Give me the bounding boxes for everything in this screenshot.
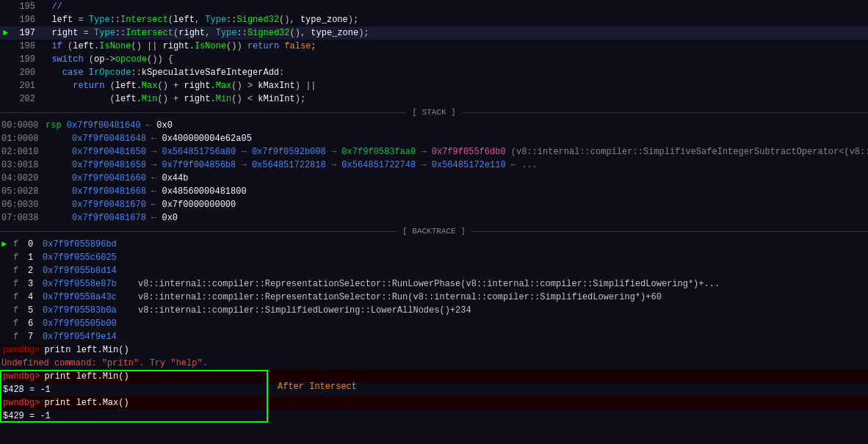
bt-row-0: ► f 0 0x7f9f055896bd <box>0 238 868 251</box>
bt-addr-4: 0x7f9f0558a43c <box>43 292 138 302</box>
main-container: 195 // 196 left = Type::Intersect(left, … <box>0 0 868 444</box>
console-prompt-3: pwndbg> <box>1 398 41 408</box>
console-cmd-1: pritn left.Min() <box>41 345 129 355</box>
linenum-202: 202 <box>15 94 41 104</box>
arrow-198 <box>3 41 15 51</box>
arrow-195 <box>3 1 15 12</box>
backtrace-label: [ BACKTRACE ] <box>397 227 471 236</box>
bt-row-6: f 6 0x7f9f05505b00 <box>0 317 868 330</box>
code-text-202: (left.Min() + right.Min() < kMinInt); <box>41 94 305 104</box>
stack-id-2: 02:0010 <box>1 147 46 157</box>
bt-indicator-7 <box>1 332 13 342</box>
arrow-200 <box>3 68 15 78</box>
bt-row-1: f 1 0x7f9f055c6025 <box>0 251 868 264</box>
stack-row-2: 02:0010 0x7f9f00481650 → 0x564851756a80 … <box>0 145 868 159</box>
console-highlight-region: pwndbg> print left.Min() $428 = -1 pwndb… <box>0 370 868 423</box>
stack-content-5: 0x7f9f00481668 ← 0x48560000481800 <box>46 186 247 197</box>
bt-indicator-2 <box>1 266 13 276</box>
bt-frame-6: f <box>13 319 28 329</box>
bt-row-4: f 4 0x7f9f0558a43c v8::internal::compile… <box>0 291 868 304</box>
console-result-2: $428 = -1 <box>1 385 51 395</box>
bt-num-1: 1 <box>28 252 43 263</box>
bt-addr-7: 0x7f9f054f9e14 <box>43 332 138 342</box>
stack-id-7: 07:0038 <box>1 213 46 223</box>
arrow-202 <box>3 94 15 104</box>
bt-frame-4: f <box>13 292 28 302</box>
console-output-1: Undefined command: "pritn". Try "help". <box>0 357 868 370</box>
arrow-201 <box>3 81 15 91</box>
stack-id-5: 05:0028 <box>1 186 46 197</box>
stack-content-4: 0x7f9f00481660 ← 0x44b <box>46 173 188 183</box>
code-text-196: left = Type::Intersect(left, Type::Signe… <box>41 15 358 25</box>
code-line-199: 199 switch (op->opcode()) { <box>0 53 868 66</box>
code-line-202: 202 (left.Min() + right.Min() < kMinInt)… <box>0 92 868 106</box>
bt-num-7: 7 <box>28 332 43 342</box>
bt-frame-5: f <box>13 305 28 316</box>
code-line-195: 195 // <box>0 0 868 13</box>
bt-row-3: f 3 0x7f9f0558e87b v8::internal::compile… <box>0 277 868 291</box>
code-line-197: ► 197 right = Type::Intersect(right, Typ… <box>0 26 868 40</box>
linenum-195: 195 <box>15 1 41 12</box>
arrow-196 <box>3 15 15 25</box>
stack-row-5: 05:0028 0x7f9f00481668 ← 0x4856000048180… <box>0 185 868 198</box>
bt-frame-1: f <box>13 252 28 263</box>
code-text-199: switch (op->opcode()) { <box>41 54 173 65</box>
bt-num-0: 0 <box>28 239 43 250</box>
console-section: pwndbg> pritn left.Min() Undefined comma… <box>0 343 868 444</box>
bt-divider-right <box>471 231 868 232</box>
stack-id-1: 01:0008 <box>1 134 46 144</box>
stack-content-3: 0x7f9f00481658 → 0x7f9f004856b8 → 0x5648… <box>46 160 538 170</box>
stack-divider: [ STACK ] <box>0 106 868 119</box>
bt-num-5: 5 <box>28 305 43 316</box>
linenum-199: 199 <box>15 54 41 65</box>
stack-row-0: 00:0000 rsp 0x7f9f00481640 ← 0x0 <box>0 119 868 132</box>
console-line-3: pwndbg> print left.Max() <box>0 396 868 410</box>
code-text-198: if (left.IsNone() || right.IsNone()) ret… <box>41 41 317 51</box>
code-line-200: 200 case IrOpcode::kSpeculativeSafeInteg… <box>0 66 868 79</box>
bt-frame-3: f <box>13 279 28 289</box>
stack-row-1: 01:0008 0x7f9f00481648 ← 0x400000004e62a… <box>0 132 868 145</box>
stack-section: 00:0000 rsp 0x7f9f00481640 ← 0x0 01:0008… <box>0 119 868 225</box>
bt-row-7: f 7 0x7f9f054f9e14 <box>0 330 868 343</box>
stack-id-4: 04:0020 <box>1 173 46 183</box>
bt-divider-left <box>0 231 397 232</box>
console-cmd-3: print left.Max() <box>41 398 129 408</box>
code-text-195: // <box>41 1 62 12</box>
linenum-197: 197 <box>15 28 41 38</box>
console-prompt-1: pwndbg> <box>1 345 41 355</box>
console-result-3: $429 = -1 <box>1 411 51 421</box>
bt-addr-2: 0x7f9f055b8d14 <box>43 266 138 276</box>
stack-content-6: 0x7f9f00481670 ← 0x7f0000000000 <box>46 200 236 210</box>
console-line-2: pwndbg> print left.Min() <box>0 370 868 383</box>
bt-indicator-3 <box>1 279 13 289</box>
linenum-200: 200 <box>15 68 41 78</box>
code-section: 195 // 196 left = Type::Intersect(left, … <box>0 0 868 106</box>
bt-indicator-1 <box>1 252 13 263</box>
bt-row-2: f 2 0x7f9f055b8d14 <box>0 264 868 277</box>
console-prompt-2: pwndbg> <box>1 371 41 382</box>
after-intersect-label: After Intersect <box>278 382 357 392</box>
bt-indicator-0: ► <box>1 239 13 250</box>
stack-label: [ STACK ] <box>406 108 461 117</box>
bt-addr-3: 0x7f9f0558e87b <box>43 279 138 289</box>
console-line-1: pwndbg> pritn left.Min() <box>0 343 868 357</box>
divider-line-right <box>462 112 868 113</box>
code-line-198: 198 if (left.IsNone() || right.IsNone())… <box>0 40 868 53</box>
arrow-199 <box>3 54 15 65</box>
bt-addr-1: 0x7f9f055c6025 <box>43 252 138 263</box>
stack-content-2: 0x7f9f00481650 → 0x564851756a80 → 0x7f9f… <box>46 147 868 157</box>
arrow-197: ► <box>3 28 15 38</box>
bt-indicator-5 <box>1 305 13 316</box>
stack-row-4: 04:0020 0x7f9f00481660 ← 0x44b <box>0 172 868 185</box>
stack-id-6: 06:0030 <box>1 200 46 210</box>
code-line-196: 196 left = Type::Intersect(left, Type::S… <box>0 13 868 26</box>
linenum-196: 196 <box>15 15 41 25</box>
bt-frame-7: f <box>13 332 28 342</box>
stack-row-7: 07:0038 0x7f9f00481678 ← 0x0 <box>0 211 868 225</box>
bt-func-5: v8::internal::compiler::SimplifiedLoweri… <box>138 305 471 316</box>
console-cmd-2: print left.Min() <box>41 371 129 382</box>
bt-func-3: v8::internal::compiler::RepresentationSe… <box>138 279 720 289</box>
code-text-197: right = Type::Intersect(right, Type::Sig… <box>41 28 369 38</box>
stack-row-6: 06:0030 0x7f9f00481670 ← 0x7f0000000000 <box>0 198 868 211</box>
stack-row-3: 03:0018 0x7f9f00481658 → 0x7f9f004856b8 … <box>0 159 868 172</box>
